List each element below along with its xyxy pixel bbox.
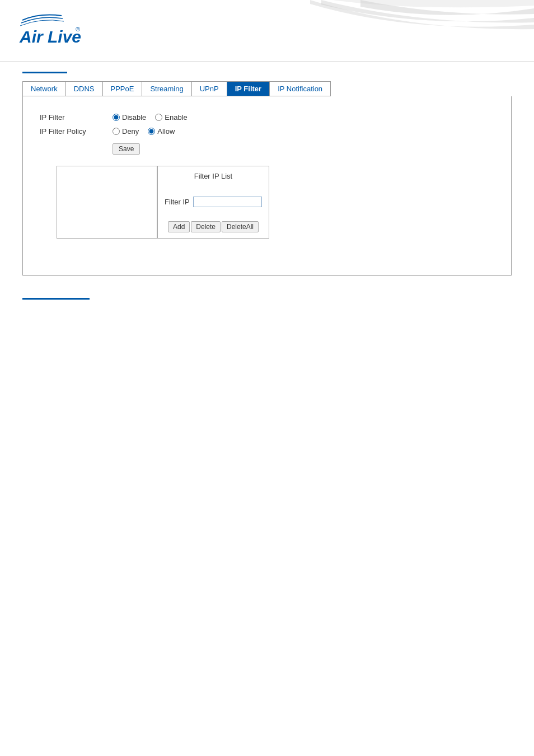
filter-ip-list-title: Filter IP List — [194, 172, 232, 180]
delete-all-button[interactable]: DeleteAll — [222, 221, 259, 232]
deny-radio[interactable] — [113, 128, 120, 135]
svg-text:®: ® — [76, 26, 80, 32]
deny-label: Deny — [122, 127, 139, 136]
save-button[interactable]: Save — [113, 143, 140, 155]
delete-button[interactable]: Delete — [191, 221, 221, 232]
tab-ddns[interactable]: DDNS — [66, 82, 103, 96]
main-content: IP Filter Disable Enable IP Filter Polic… — [22, 96, 512, 276]
ip-filter-controls: Disable Enable — [113, 113, 188, 122]
nav-tabs: Network DDNS PPPoE Streaming UPnP IP Fil… — [22, 81, 331, 96]
ip-filter-policy-controls: Deny Allow — [113, 127, 175, 136]
ip-filter-row: IP Filter Disable Enable — [40, 113, 494, 122]
allow-label: Allow — [157, 127, 175, 136]
filter-ip-panel: Filter IP List Filter IP Add Delete Dele… — [157, 166, 269, 239]
tab-network[interactable]: Network — [23, 82, 66, 96]
logo-svg: Air Live ® — [17, 10, 95, 48]
ip-filter-policy-row: IP Filter Policy Deny Allow — [40, 127, 494, 136]
header: Air Live ® — [0, 0, 534, 62]
tab-pppoe[interactable]: PPPoE — [103, 82, 143, 96]
allow-radio[interactable] — [148, 128, 155, 135]
disable-label: Disable — [122, 113, 146, 122]
enable-label: Enable — [165, 113, 187, 122]
add-button[interactable]: Add — [168, 221, 190, 232]
ip-list-box[interactable] — [57, 166, 157, 239]
tab-streaming[interactable]: Streaming — [142, 82, 191, 96]
swoosh-decoration — [221, 0, 534, 62]
tab-ip-filter[interactable]: IP Filter — [227, 82, 270, 96]
disable-radio[interactable] — [113, 114, 120, 121]
logo: Air Live ® — [17, 10, 84, 44]
ip-filter-policy-label: IP Filter Policy — [40, 127, 113, 136]
deny-radio-label[interactable]: Deny — [113, 127, 139, 136]
svg-text:Air Live: Air Live — [19, 27, 81, 46]
filter-ip-input[interactable] — [193, 197, 262, 207]
top-divider — [22, 72, 67, 73]
save-button-row: Save — [113, 141, 494, 155]
filter-ip-row: Filter IP — [165, 197, 262, 207]
filter-btn-row: Add Delete DeleteAll — [165, 221, 262, 232]
allow-radio-label[interactable]: Allow — [148, 127, 175, 136]
enable-radio[interactable] — [155, 114, 162, 121]
tab-ip-notification[interactable]: IP Notification — [270, 82, 330, 96]
filter-area: Filter IP List Filter IP Add Delete Dele… — [57, 166, 494, 239]
tab-upnp[interactable]: UPnP — [192, 82, 227, 96]
disable-radio-label[interactable]: Disable — [113, 113, 146, 122]
ip-filter-label: IP Filter — [40, 113, 113, 122]
footer-divider — [22, 298, 90, 300]
enable-radio-label[interactable]: Enable — [155, 113, 187, 122]
filter-ip-label: Filter IP — [165, 198, 190, 206]
